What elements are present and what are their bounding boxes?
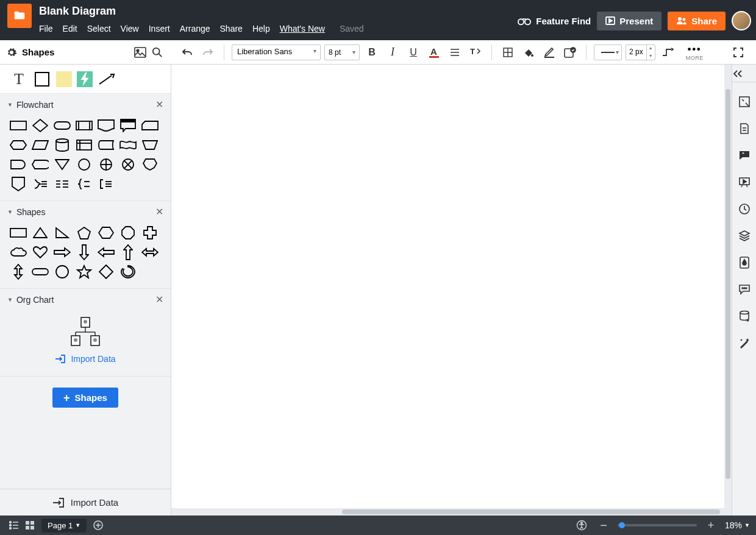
align-button[interactable] <box>446 44 463 61</box>
org-chart-header[interactable]: ▼ Org Chart ✕ <box>0 289 171 310</box>
flowchart-manual-op[interactable] <box>140 137 160 153</box>
line-routing-button[interactable] <box>659 44 676 61</box>
menu-arrange[interactable]: Arrange <box>175 21 215 36</box>
menu-select[interactable]: Select <box>82 21 116 36</box>
flowchart-offpage[interactable] <box>9 176 28 192</box>
org-chart-shape[interactable] <box>67 316 104 348</box>
navigator-button[interactable] <box>737 94 752 109</box>
line-style-select[interactable] <box>594 44 622 60</box>
canvas[interactable] <box>171 65 724 516</box>
shape-triangle[interactable] <box>30 225 50 241</box>
quick-action-tool[interactable] <box>77 71 93 87</box>
quick-block-tool[interactable] <box>33 70 51 88</box>
shape-library-scroll[interactable]: ▼ Flowchart ✕ <box>0 94 171 489</box>
shape-star[interactable] <box>74 264 94 280</box>
flowchart-data[interactable] <box>30 137 50 153</box>
menu-share[interactable]: Share <box>215 21 248 36</box>
flowchart-summing[interactable] <box>96 157 116 172</box>
flowchart-bracket[interactable] <box>96 176 116 192</box>
italic-button[interactable]: I <box>384 44 401 61</box>
shape-polygon[interactable] <box>118 264 138 280</box>
actions-button[interactable] <box>737 336 752 350</box>
flowchart-preparation[interactable] <box>9 137 28 153</box>
outline-view-button[interactable] <box>6 517 22 533</box>
shape-double-arrow[interactable] <box>140 244 160 260</box>
vertical-scroll-thumb[interactable] <box>726 89 730 479</box>
menu-file[interactable]: File <box>39 21 58 36</box>
font-size-select[interactable]: 8 pt <box>324 44 360 60</box>
flowchart-or[interactable] <box>118 157 138 172</box>
shape-up-arrow[interactable] <box>118 244 138 260</box>
shape-updown-arrow[interactable] <box>9 264 28 280</box>
vertical-scrollbar[interactable] <box>724 65 732 516</box>
org-chart-close-button[interactable]: ✕ <box>155 294 163 305</box>
text-direction-button[interactable]: T <box>467 44 484 61</box>
image-insert-button[interactable] <box>132 44 148 60</box>
theme-button[interactable] <box>737 255 752 270</box>
shape-settings-button[interactable] <box>562 44 579 61</box>
flowchart-terminator[interactable] <box>52 118 72 133</box>
share-button[interactable]: Share <box>668 12 726 30</box>
app-logo[interactable] <box>7 4 32 28</box>
flowchart-merge[interactable] <box>52 157 72 172</box>
history-button[interactable] <box>737 202 752 216</box>
flowchart-stored-data[interactable] <box>96 137 116 153</box>
undo-button[interactable] <box>179 44 196 61</box>
flowchart-connector[interactable] <box>74 157 94 172</box>
zoom-out-button[interactable]: − <box>596 517 612 533</box>
user-avatar[interactable] <box>732 11 751 30</box>
shape-cloud[interactable] <box>9 244 28 260</box>
shape-cross[interactable] <box>140 225 160 241</box>
slides-button[interactable] <box>737 175 752 190</box>
import-data-bar[interactable]: Import Data <box>0 489 171 516</box>
shape-rectangle[interactable] <box>9 225 28 241</box>
shapes-panel-toggle[interactable]: Shapes <box>6 47 131 58</box>
line-width-spinner[interactable]: ▲▼ <box>646 45 655 61</box>
font-family-select[interactable]: Liberation Sans <box>232 44 321 60</box>
menu-edit[interactable]: Edit <box>58 21 82 36</box>
collapse-right-panel[interactable] <box>732 69 756 82</box>
shapes-header[interactable]: ▼ Shapes ✕ <box>0 201 171 222</box>
zoom-in-button[interactable]: + <box>703 517 719 533</box>
flowchart-display[interactable] <box>30 157 50 172</box>
canvas-area[interactable] <box>171 65 732 516</box>
flowchart-close-button[interactable]: ✕ <box>155 99 163 110</box>
flowchart-database[interactable] <box>52 137 72 153</box>
shape-down-arrow[interactable] <box>74 244 94 260</box>
add-shapes-button[interactable]: + Shapes <box>52 388 118 408</box>
menu-help[interactable]: Help <box>248 21 275 36</box>
flowchart-brace-left[interactable] <box>74 176 94 192</box>
shape-right-arrow[interactable] <box>52 244 72 260</box>
shape-diamond[interactable] <box>96 264 116 280</box>
flowchart-brace-right[interactable] <box>30 176 50 192</box>
feature-find-button[interactable]: Feature Find <box>518 16 591 26</box>
layout-button[interactable] <box>499 44 516 61</box>
flowchart-tape[interactable] <box>118 137 138 153</box>
flowchart-header[interactable]: ▼ Flowchart ✕ <box>0 94 171 115</box>
quick-line-tool[interactable] <box>98 70 116 88</box>
flowchart-collate[interactable] <box>140 157 160 172</box>
zoom-slider[interactable] <box>618 524 697 526</box>
flowchart-predefined[interactable] <box>74 118 94 133</box>
text-color-button[interactable]: A <box>426 44 443 61</box>
fullscreen-button[interactable] <box>733 47 744 58</box>
zoom-percent-button[interactable]: 18%▼ <box>725 520 750 530</box>
line-width-input[interactable]: 2 px ▲▼ <box>626 44 655 60</box>
fill-color-button[interactable] <box>520 44 537 61</box>
flowchart-delay[interactable] <box>9 157 28 172</box>
quick-note-tool[interactable] <box>56 71 72 87</box>
bold-button[interactable]: B <box>363 44 380 61</box>
add-page-button[interactable] <box>93 520 104 531</box>
grid-view-button[interactable] <box>22 517 38 533</box>
underline-button[interactable]: U <box>405 44 422 61</box>
flowchart-internal-storage[interactable] <box>74 137 94 153</box>
flowchart-list-right[interactable] <box>52 176 72 192</box>
flowchart-note[interactable] <box>118 118 138 133</box>
search-button[interactable] <box>149 44 165 60</box>
menu-whats-new[interactable]: What's New <box>275 21 330 36</box>
accessibility-button[interactable] <box>574 517 590 533</box>
shape-octagon[interactable] <box>118 225 138 241</box>
flowchart-decision[interactable] <box>30 118 50 133</box>
page-tab[interactable]: Page 1▼ <box>41 519 87 533</box>
feature-button[interactable]: ❝ <box>737 148 752 163</box>
